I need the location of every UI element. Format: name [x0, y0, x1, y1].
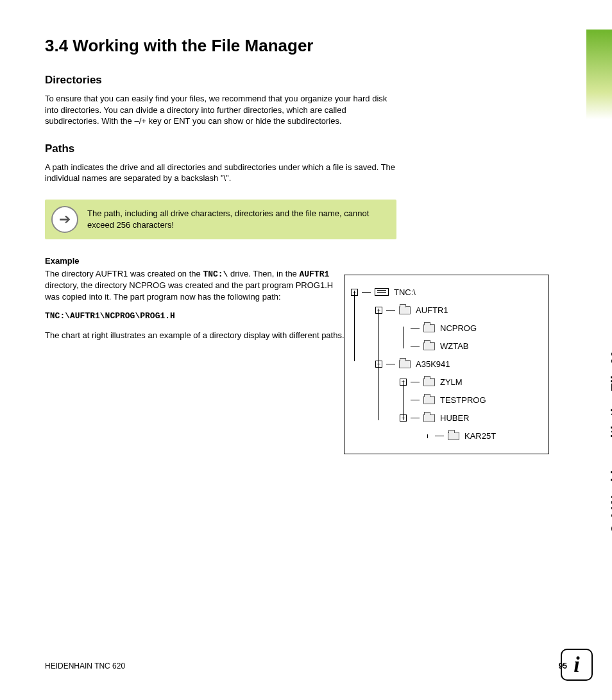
tree-node: − A35K941 — [351, 355, 542, 373]
info-icon: i — [561, 649, 593, 681]
example-mid: drive. Then, in the — [228, 269, 299, 278]
tree-node: NCPROG — [351, 319, 542, 337]
section-title: 3.4 Working with the File Manager — [45, 36, 567, 56]
side-gradient — [586, 30, 612, 119]
note-box: ➔ The path, including all drive characte… — [45, 200, 396, 239]
tree-label: HUBER — [440, 413, 470, 423]
folder-icon — [399, 306, 411, 314]
example-caption: The chart at right illustrates an exampl… — [45, 330, 348, 341]
arrow-right-icon: ➔ — [51, 206, 78, 233]
folder-icon — [448, 432, 459, 440]
paths-heading: Paths — [45, 142, 567, 155]
example-label: Example — [45, 256, 567, 266]
footer-doc: HEIDENHAIN TNC 620 — [45, 662, 125, 670]
directory-tree-diagram: − TNC:\ − AUFTR1 NCPROG WZT — [344, 275, 549, 454]
example-drive: TNC:\ — [203, 269, 228, 279]
tree-label: TESTPROG — [440, 395, 486, 405]
folder-icon — [423, 414, 435, 422]
example-dir: AUFTR1 — [299, 269, 329, 279]
side-section-label: 3.4 Working with the File Manager — [608, 305, 612, 533]
tree-label: WZTAB — [440, 341, 469, 351]
tree-label: KAR25T — [464, 431, 496, 441]
directories-body: To ensure that you can easily find your … — [45, 93, 396, 127]
tree-label: A35K941 — [416, 359, 450, 369]
folder-icon — [423, 324, 435, 332]
tree-label: AUFTR1 — [416, 305, 448, 315]
folder-icon — [423, 378, 435, 386]
tree-label: NCPROG — [440, 323, 477, 333]
side-tab: 3.4 Working with the File Manager — [586, 30, 612, 312]
paths-body: A path indicates the drive and all direc… — [45, 162, 396, 184]
tree-node: KAR25T — [351, 427, 542, 445]
example-post: directory, the directory NCPROG was crea… — [45, 280, 333, 302]
tree-node: − HUBER — [351, 409, 542, 427]
folder-icon — [423, 396, 435, 404]
tree-node: WZTAB — [351, 337, 542, 355]
page-footer: HEIDENHAIN TNC 620 95 — [45, 662, 567, 670]
directories-heading: Directories — [45, 74, 567, 87]
note-text: The path, including all drive characters… — [87, 208, 387, 230]
drive-icon — [375, 288, 389, 296]
folder-icon — [399, 360, 411, 368]
tree-node: − AUFTR1 — [351, 301, 542, 319]
tree-node: + ZYLM — [351, 373, 542, 391]
tree-node: TESTPROG — [351, 391, 542, 409]
tree-root: − TNC:\ — [351, 283, 542, 301]
tree-label: ZYLM — [440, 377, 463, 387]
folder-icon — [423, 342, 435, 350]
example-text: The directory AUFTR1 was created on the … — [45, 268, 348, 303]
example-pre: The directory AUFTR1 was created on the — [45, 269, 203, 278]
tree-root-label: TNC:\ — [394, 287, 416, 297]
